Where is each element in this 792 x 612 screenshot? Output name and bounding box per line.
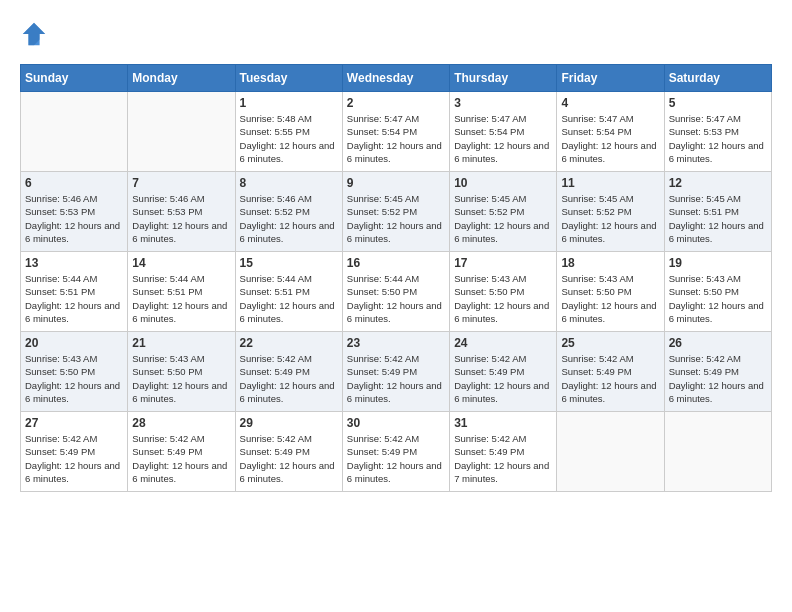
calendar-cell: 25 Sunrise: 5:42 AMSunset: 5:49 PMDaylig… bbox=[557, 332, 664, 412]
calendar-cell: 14 Sunrise: 5:44 AMSunset: 5:51 PMDaylig… bbox=[128, 252, 235, 332]
day-number: 18 bbox=[561, 256, 659, 270]
calendar-week-row: 6 Sunrise: 5:46 AMSunset: 5:53 PMDayligh… bbox=[21, 172, 772, 252]
day-info: Sunrise: 5:48 AMSunset: 5:55 PMDaylight:… bbox=[240, 112, 338, 165]
day-info: Sunrise: 5:47 AMSunset: 5:53 PMDaylight:… bbox=[669, 112, 767, 165]
calendar-cell: 31 Sunrise: 5:42 AMSunset: 5:49 PMDaylig… bbox=[450, 412, 557, 492]
day-number: 2 bbox=[347, 96, 445, 110]
calendar-week-row: 27 Sunrise: 5:42 AMSunset: 5:49 PMDaylig… bbox=[21, 412, 772, 492]
day-number: 4 bbox=[561, 96, 659, 110]
calendar-cell: 9 Sunrise: 5:45 AMSunset: 5:52 PMDayligh… bbox=[342, 172, 449, 252]
day-info: Sunrise: 5:46 AMSunset: 5:52 PMDaylight:… bbox=[240, 192, 338, 245]
calendar-cell: 23 Sunrise: 5:42 AMSunset: 5:49 PMDaylig… bbox=[342, 332, 449, 412]
day-info: Sunrise: 5:43 AMSunset: 5:50 PMDaylight:… bbox=[132, 352, 230, 405]
day-number: 24 bbox=[454, 336, 552, 350]
calendar-cell: 24 Sunrise: 5:42 AMSunset: 5:49 PMDaylig… bbox=[450, 332, 557, 412]
day-number: 11 bbox=[561, 176, 659, 190]
column-header-sunday: Sunday bbox=[21, 65, 128, 92]
column-header-wednesday: Wednesday bbox=[342, 65, 449, 92]
day-info: Sunrise: 5:42 AMSunset: 5:49 PMDaylight:… bbox=[25, 432, 123, 485]
calendar-cell bbox=[128, 92, 235, 172]
calendar-cell: 12 Sunrise: 5:45 AMSunset: 5:51 PMDaylig… bbox=[664, 172, 771, 252]
calendar-table: SundayMondayTuesdayWednesdayThursdayFrid… bbox=[20, 64, 772, 492]
calendar-cell: 22 Sunrise: 5:42 AMSunset: 5:49 PMDaylig… bbox=[235, 332, 342, 412]
calendar-cell: 8 Sunrise: 5:46 AMSunset: 5:52 PMDayligh… bbox=[235, 172, 342, 252]
column-header-thursday: Thursday bbox=[450, 65, 557, 92]
calendar-week-row: 13 Sunrise: 5:44 AMSunset: 5:51 PMDaylig… bbox=[21, 252, 772, 332]
day-info: Sunrise: 5:44 AMSunset: 5:50 PMDaylight:… bbox=[347, 272, 445, 325]
day-number: 30 bbox=[347, 416, 445, 430]
calendar-cell: 11 Sunrise: 5:45 AMSunset: 5:52 PMDaylig… bbox=[557, 172, 664, 252]
day-info: Sunrise: 5:46 AMSunset: 5:53 PMDaylight:… bbox=[132, 192, 230, 245]
day-number: 8 bbox=[240, 176, 338, 190]
day-info: Sunrise: 5:44 AMSunset: 5:51 PMDaylight:… bbox=[132, 272, 230, 325]
day-info: Sunrise: 5:44 AMSunset: 5:51 PMDaylight:… bbox=[25, 272, 123, 325]
day-info: Sunrise: 5:43 AMSunset: 5:50 PMDaylight:… bbox=[25, 352, 123, 405]
day-info: Sunrise: 5:42 AMSunset: 5:49 PMDaylight:… bbox=[132, 432, 230, 485]
calendar-cell: 17 Sunrise: 5:43 AMSunset: 5:50 PMDaylig… bbox=[450, 252, 557, 332]
day-number: 22 bbox=[240, 336, 338, 350]
day-number: 31 bbox=[454, 416, 552, 430]
calendar-cell: 3 Sunrise: 5:47 AMSunset: 5:54 PMDayligh… bbox=[450, 92, 557, 172]
day-info: Sunrise: 5:45 AMSunset: 5:51 PMDaylight:… bbox=[669, 192, 767, 245]
day-number: 5 bbox=[669, 96, 767, 110]
calendar-cell: 2 Sunrise: 5:47 AMSunset: 5:54 PMDayligh… bbox=[342, 92, 449, 172]
day-number: 7 bbox=[132, 176, 230, 190]
calendar-header-row: SundayMondayTuesdayWednesdayThursdayFrid… bbox=[21, 65, 772, 92]
day-info: Sunrise: 5:42 AMSunset: 5:49 PMDaylight:… bbox=[240, 352, 338, 405]
day-info: Sunrise: 5:42 AMSunset: 5:49 PMDaylight:… bbox=[561, 352, 659, 405]
day-info: Sunrise: 5:43 AMSunset: 5:50 PMDaylight:… bbox=[454, 272, 552, 325]
day-info: Sunrise: 5:42 AMSunset: 5:49 PMDaylight:… bbox=[454, 352, 552, 405]
calendar-cell: 10 Sunrise: 5:45 AMSunset: 5:52 PMDaylig… bbox=[450, 172, 557, 252]
day-info: Sunrise: 5:42 AMSunset: 5:49 PMDaylight:… bbox=[347, 352, 445, 405]
day-info: Sunrise: 5:47 AMSunset: 5:54 PMDaylight:… bbox=[561, 112, 659, 165]
calendar-cell: 19 Sunrise: 5:43 AMSunset: 5:50 PMDaylig… bbox=[664, 252, 771, 332]
day-info: Sunrise: 5:42 AMSunset: 5:49 PMDaylight:… bbox=[240, 432, 338, 485]
calendar-cell: 1 Sunrise: 5:48 AMSunset: 5:55 PMDayligh… bbox=[235, 92, 342, 172]
calendar-cell: 4 Sunrise: 5:47 AMSunset: 5:54 PMDayligh… bbox=[557, 92, 664, 172]
day-info: Sunrise: 5:42 AMSunset: 5:49 PMDaylight:… bbox=[454, 432, 552, 485]
logo-icon bbox=[20, 20, 48, 48]
calendar-cell: 29 Sunrise: 5:42 AMSunset: 5:49 PMDaylig… bbox=[235, 412, 342, 492]
day-info: Sunrise: 5:45 AMSunset: 5:52 PMDaylight:… bbox=[454, 192, 552, 245]
calendar-cell: 21 Sunrise: 5:43 AMSunset: 5:50 PMDaylig… bbox=[128, 332, 235, 412]
calendar-cell: 27 Sunrise: 5:42 AMSunset: 5:49 PMDaylig… bbox=[21, 412, 128, 492]
day-number: 25 bbox=[561, 336, 659, 350]
day-number: 6 bbox=[25, 176, 123, 190]
day-number: 1 bbox=[240, 96, 338, 110]
day-number: 12 bbox=[669, 176, 767, 190]
day-info: Sunrise: 5:44 AMSunset: 5:51 PMDaylight:… bbox=[240, 272, 338, 325]
calendar-cell: 20 Sunrise: 5:43 AMSunset: 5:50 PMDaylig… bbox=[21, 332, 128, 412]
day-info: Sunrise: 5:43 AMSunset: 5:50 PMDaylight:… bbox=[561, 272, 659, 325]
day-info: Sunrise: 5:42 AMSunset: 5:49 PMDaylight:… bbox=[669, 352, 767, 405]
calendar-cell bbox=[664, 412, 771, 492]
column-header-monday: Monday bbox=[128, 65, 235, 92]
day-number: 3 bbox=[454, 96, 552, 110]
day-number: 26 bbox=[669, 336, 767, 350]
column-header-friday: Friday bbox=[557, 65, 664, 92]
calendar-cell: 6 Sunrise: 5:46 AMSunset: 5:53 PMDayligh… bbox=[21, 172, 128, 252]
day-number: 16 bbox=[347, 256, 445, 270]
page-header bbox=[20, 20, 772, 48]
day-info: Sunrise: 5:47 AMSunset: 5:54 PMDaylight:… bbox=[347, 112, 445, 165]
day-number: 14 bbox=[132, 256, 230, 270]
calendar-week-row: 20 Sunrise: 5:43 AMSunset: 5:50 PMDaylig… bbox=[21, 332, 772, 412]
day-number: 20 bbox=[25, 336, 123, 350]
day-info: Sunrise: 5:47 AMSunset: 5:54 PMDaylight:… bbox=[454, 112, 552, 165]
day-info: Sunrise: 5:42 AMSunset: 5:49 PMDaylight:… bbox=[347, 432, 445, 485]
day-number: 10 bbox=[454, 176, 552, 190]
calendar-cell: 18 Sunrise: 5:43 AMSunset: 5:50 PMDaylig… bbox=[557, 252, 664, 332]
calendar-cell bbox=[21, 92, 128, 172]
day-number: 15 bbox=[240, 256, 338, 270]
svg-marker-1 bbox=[23, 23, 45, 45]
calendar-cell: 5 Sunrise: 5:47 AMSunset: 5:53 PMDayligh… bbox=[664, 92, 771, 172]
calendar-cell: 30 Sunrise: 5:42 AMSunset: 5:49 PMDaylig… bbox=[342, 412, 449, 492]
day-info: Sunrise: 5:43 AMSunset: 5:50 PMDaylight:… bbox=[669, 272, 767, 325]
day-number: 29 bbox=[240, 416, 338, 430]
calendar-cell: 28 Sunrise: 5:42 AMSunset: 5:49 PMDaylig… bbox=[128, 412, 235, 492]
day-info: Sunrise: 5:45 AMSunset: 5:52 PMDaylight:… bbox=[561, 192, 659, 245]
day-number: 17 bbox=[454, 256, 552, 270]
day-number: 13 bbox=[25, 256, 123, 270]
column-header-tuesday: Tuesday bbox=[235, 65, 342, 92]
day-number: 19 bbox=[669, 256, 767, 270]
day-number: 21 bbox=[132, 336, 230, 350]
